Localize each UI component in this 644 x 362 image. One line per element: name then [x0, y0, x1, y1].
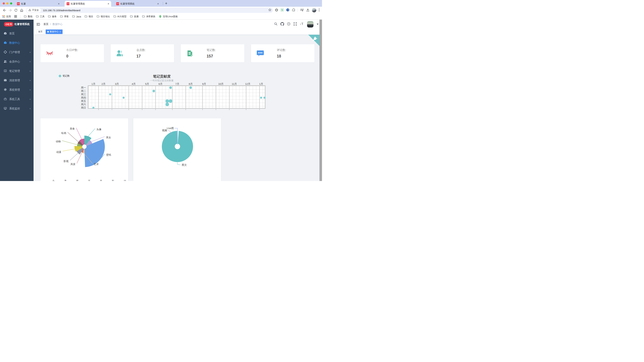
bookmark-item-11[interactable]: 净界家政: [142, 15, 156, 18]
search-icon[interactable]: [274, 22, 278, 26]
rose-legend-item-动漫[interactable]: 动漫: [119, 179, 128, 181]
close-window-button[interactable]: [3, 2, 5, 4]
sidebar-item-7[interactable]: 系统工具∨: [0, 94, 34, 104]
month-tick-label: 2月: [102, 82, 105, 86]
notion-extension-icon[interactable]: N: [280, 8, 284, 12]
category-rose-chart: 头像美女壁纸艺术风景影视动漫动物绘画美食 头像美女壁纸艺术风景影视动漫: [40, 118, 128, 181]
bookmark-item-10[interactable]: 直播: [130, 15, 139, 18]
browser-tab-0[interactable]: 小红书红薯×: [15, 1, 62, 7]
media-playlist-icon[interactable]: [300, 8, 304, 12]
month-tick-label: 5月: [145, 82, 149, 86]
toolbar-separator: [298, 8, 298, 12]
browser-tab-1[interactable]: 小红书红薯管理系统×: [64, 1, 111, 7]
bookmark-star-icon[interactable]: [268, 8, 272, 12]
comment-icon: [251, 50, 270, 57]
tab-close-icon[interactable]: ×: [57, 2, 60, 5]
rose-legend-item-壁纸[interactable]: 壁纸: [71, 179, 81, 181]
tag-item-1[interactable]: 数据中心×: [46, 29, 62, 34]
sidebar-item-0[interactable]: 首页: [0, 29, 34, 38]
contribution-dot: [122, 97, 124, 99]
user-avatar[interactable]: [307, 21, 314, 27]
bookmark-item-0[interactable]: 应用: [2, 15, 11, 18]
new-tab-button[interactable]: +: [165, 1, 167, 5]
browser-tab-2[interactable]: 小红书红薯管理系统×: [114, 1, 161, 7]
extensions-puzzle-icon[interactable]: [292, 8, 295, 12]
chevron-down-icon: ∨: [29, 61, 31, 63]
chrome-profile-avatar[interactable]: [312, 8, 316, 12]
tab-title: 红薯管理系统: [71, 2, 107, 5]
bookmark-item-4[interactable]: 服务: [48, 15, 57, 18]
tab-close-icon[interactable]: ×: [107, 2, 110, 5]
bookmark-item-12[interactable]: 宝塔Linux面板: [159, 15, 178, 18]
xiaohongshu-favicon-icon: 小红书: [66, 2, 70, 5]
home-icon[interactable]: [19, 7, 24, 13]
github-icon[interactable]: [280, 22, 284, 26]
rose-label: 风景: [70, 163, 76, 166]
rose-legend-item-影视[interactable]: 影视: [107, 179, 116, 181]
rose-legend-item-美女[interactable]: 美女: [59, 179, 69, 181]
rose-legend-item-艺术[interactable]: 艺术: [83, 179, 92, 181]
proxy-extension-icon[interactable]: [286, 8, 290, 12]
month-boundary-line: [216, 85, 216, 110]
power-extension-icon[interactable]: [275, 8, 278, 12]
weekday-tick-label: 周三: [34, 93, 86, 96]
bookmark-label: AI大模型: [118, 15, 126, 18]
chrome-menu-icon[interactable]: [319, 8, 320, 12]
chevron-down-icon: ∨: [29, 80, 31, 81]
apps-grid-icon: [2, 15, 5, 18]
folder-icon: [96, 15, 100, 18]
stat-value: 157: [206, 54, 216, 58]
rose-label-line: [68, 132, 78, 142]
tag-close-icon[interactable]: ×: [60, 30, 61, 33]
sidebar-item-8[interactable]: 系统监控∨: [0, 104, 34, 113]
bookmark-item-6[interactable]: Java: [72, 15, 81, 18]
folder-icon: [24, 15, 27, 18]
sidebar-item-label: 数据中心: [9, 41, 20, 45]
font-size-icon[interactable]: тT: [300, 22, 304, 26]
security-chip[interactable]: 不安全: [26, 8, 41, 12]
tag-item-0[interactable]: 首页: [36, 29, 44, 34]
help-icon[interactable]: ?: [287, 22, 290, 26]
rose-legend-item-风景[interactable]: 风景: [95, 179, 104, 181]
bookmark-item-9[interactable]: AI大模型: [113, 15, 126, 18]
tab-close-icon[interactable]: ×: [157, 2, 160, 5]
forward-icon[interactable]: [8, 7, 13, 13]
stat-label: 会员数:: [136, 48, 146, 52]
weekday-tick-label: 周日: [34, 106, 86, 109]
contribution-dot: [170, 86, 172, 89]
page-scrollbar[interactable]: [320, 19, 322, 181]
address-bar[interactable]: 不安全 115.190.73.103/admin/dashboard: [26, 7, 273, 13]
main-area: 首页 / 数据中心 ? тT 首页数据中心× 今日IP数:0会员数:17笔记数:…: [34, 19, 322, 181]
bookmark-item-2[interactable]: 翻墙: [24, 15, 32, 18]
sidebar-item-3[interactable]: 会员中心∨: [0, 57, 34, 66]
sidebar-collapse-icon[interactable]: [34, 19, 43, 29]
bookmark-item-3[interactable]: 工具: [36, 15, 44, 18]
back-icon[interactable]: [2, 7, 8, 13]
book-icon: [4, 69, 7, 73]
chart-subtitle: 一年内笔记提交的数量: [34, 79, 290, 82]
sidebar-item-5[interactable]: 消息管理∨: [0, 76, 34, 85]
bookmark-item-1[interactable]: [14, 15, 17, 18]
downloads-icon[interactable]: [306, 8, 310, 12]
month-tick-label: 10月: [218, 82, 224, 86]
bookmark-item-7[interactable]: 项目: [84, 15, 93, 18]
url-text[interactable]: 115.190.73.103/admin/dashboard: [43, 9, 268, 12]
sidebar-item-1[interactable]: 数据中心: [0, 38, 34, 48]
minimize-window-button[interactable]: [6, 2, 8, 4]
fullscreen-icon[interactable]: [293, 22, 297, 26]
bookmark-item-8[interactable]: 项目地址: [96, 15, 110, 18]
weekday-tick-label: 周一: [34, 86, 86, 89]
bookmark-item-5[interactable]: 博客: [60, 15, 69, 18]
rose-label: 美女: [106, 136, 111, 139]
sidebar-item-4[interactable]: 笔记管理∨: [0, 66, 34, 76]
caret-down-icon[interactable]: [317, 24, 319, 25]
sidebar-item-6[interactable]: 系统管理∨: [0, 85, 34, 94]
bookmark-label: 净界家政: [146, 15, 156, 18]
breadcrumb-home[interactable]: 首页: [44, 23, 48, 26]
zoom-window-button[interactable]: [10, 2, 12, 4]
rose-legend-item-头像[interactable]: 头像: [48, 179, 57, 181]
app-logo[interactable]: 小红书 红薯管理系统: [0, 19, 34, 29]
sidebar-item-2[interactable]: 门户管理∨: [0, 48, 34, 57]
stat-card-2: 笔记数:157: [180, 44, 244, 62]
reload-icon[interactable]: [13, 7, 19, 13]
